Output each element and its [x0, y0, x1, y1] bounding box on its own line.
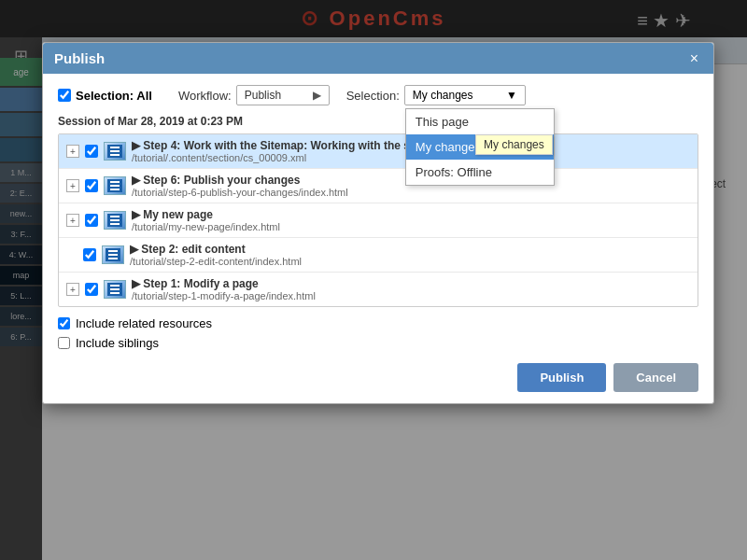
selection-all-label[interactable]: Selection: All — [58, 89, 152, 103]
file-checkbox-5[interactable] — [85, 283, 98, 296]
file-path-4: /tutorial/step-2-edit-content/index.html — [130, 256, 690, 267]
dialog-close-button[interactable]: × — [686, 51, 702, 66]
selection-group: Selection: My changes ▼ This page My cha… — [346, 85, 526, 105]
dropdown-chevron-icon: ▼ — [506, 89, 517, 102]
dialog-title: Publish — [54, 50, 105, 66]
workflow-group: Workflow: Publish ▶ — [178, 85, 330, 105]
file-checkbox-4[interactable] — [83, 248, 96, 261]
file-row: + ▶ Step 6: Publish your changes /tutori… — [59, 169, 698, 203]
file-name-5: ▶ Step 1: Modify a page — [132, 277, 690, 290]
file-row: + ▶ My new page /tutorial/my-new-page/in… — [59, 203, 698, 238]
file-icon-2 — [104, 176, 126, 195]
my-changes-tooltip: My changes — [475, 134, 553, 155]
workflow-select[interactable]: Publish ▶ — [236, 85, 330, 105]
selection-dropdown[interactable]: My changes ▼ This page My changes Proofs… — [404, 85, 526, 105]
include-related-option[interactable]: Include related resources — [58, 316, 698, 330]
dropdown-item-this-page[interactable]: This page — [406, 109, 554, 134]
session-header: Session of Mar 28, 2019 at 0:23 PM — [58, 115, 698, 128]
selection-all-text: Selection: All — [76, 89, 152, 103]
file-path-2: /tutorial/step-6-publish-your-changes/in… — [132, 187, 690, 198]
file-icon-1 — [104, 142, 126, 161]
file-list: + ▶ Step 4: Work with the Sitemap: Worki… — [58, 133, 698, 307]
file-icon-3 — [104, 211, 126, 230]
dialog-titlebar: Publish × — [43, 43, 713, 74]
bottom-options: Include related resources Include siblin… — [58, 316, 698, 350]
include-siblings-label: Include siblings — [76, 336, 159, 350]
file-icon-5 — [104, 280, 126, 299]
include-related-checkbox[interactable] — [58, 317, 70, 329]
file-icon-4 — [102, 245, 124, 264]
dialog-body: Selection: All Workflow: Publish ▶ Selec… — [43, 74, 713, 403]
file-checkbox-2[interactable] — [85, 179, 98, 192]
selection-all-checkbox[interactable] — [58, 89, 71, 102]
file-info-3: ▶ My new page /tutorial/my-new-page/inde… — [132, 208, 690, 232]
publish-dialog: Publish × Selection: All Workflow: Publi… — [42, 42, 714, 404]
dropdown-item-proofs-offline[interactable]: Proofs: Offline — [406, 160, 554, 185]
selection-value: My changes — [413, 89, 473, 102]
file-path-3: /tutorial/my-new-page/index.html — [132, 221, 690, 232]
file-row: ▶ Step 2: edit content /tutorial/step-2-… — [59, 238, 698, 273]
file-checkbox-1[interactable] — [85, 145, 98, 158]
cancel-button[interactable]: Cancel — [613, 363, 698, 392]
dialog-buttons: Publish Cancel — [58, 363, 698, 392]
workflow-arrow-icon: ▶ — [313, 89, 321, 102]
include-siblings-option[interactable]: Include siblings — [58, 336, 698, 350]
selection-label: Selection: — [346, 89, 400, 103]
expand-icon-5[interactable]: + — [66, 283, 79, 296]
file-name-3: ▶ My new page — [132, 208, 690, 221]
expand-icon-1[interactable]: + — [66, 145, 79, 158]
include-siblings-checkbox[interactable] — [58, 337, 70, 349]
publish-button[interactable]: Publish — [517, 363, 606, 392]
file-info-4: ▶ Step 2: edit content /tutorial/step-2-… — [130, 243, 690, 267]
controls-row: Selection: All Workflow: Publish ▶ Selec… — [58, 85, 698, 105]
file-path-5: /tutorial/step-1-modify-a-page/index.htm… — [132, 290, 690, 301]
file-row: + ▶ Step 4: Work with the Sitemap: Worki… — [59, 134, 698, 169]
workflow-value: Publish — [245, 89, 281, 102]
expand-icon-2[interactable]: + — [66, 179, 79, 192]
file-name-4: ▶ Step 2: edit content — [130, 243, 690, 256]
expand-icon-3[interactable]: + — [66, 214, 79, 227]
file-info-5: ▶ Step 1: Modify a page /tutorial/step-1… — [132, 277, 690, 301]
workflow-label: Workflow: — [178, 89, 232, 103]
include-related-label: Include related resources — [76, 316, 212, 330]
file-checkbox-3[interactable] — [85, 214, 98, 227]
file-row: + ▶ Step 1: Modify a page /tutorial/step… — [59, 273, 698, 306]
